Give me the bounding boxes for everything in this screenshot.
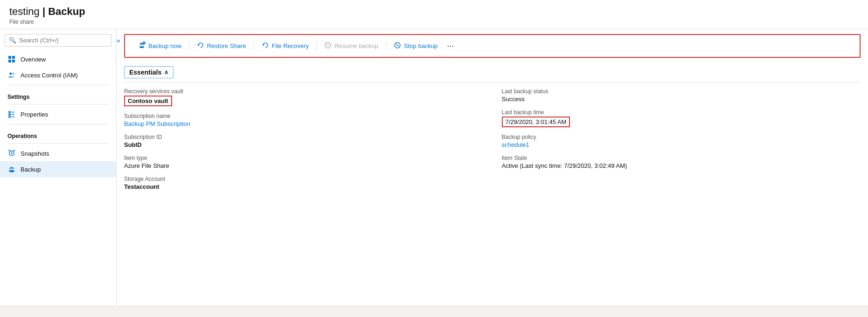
sidebar-label-overview: Overview xyxy=(21,56,46,63)
title-part2: Backup xyxy=(48,6,85,17)
toolbar-sep-2 xyxy=(254,41,254,51)
svg-point-16 xyxy=(139,46,144,48)
svg-rect-6 xyxy=(9,111,10,113)
sidebar-item-properties[interactable]: Properties xyxy=(0,106,116,122)
collapse-sidebar-button[interactable]: « xyxy=(117,37,120,44)
resume-backup-button[interactable]: Resume backup xyxy=(319,39,384,53)
main-content: Backup now Restore Share xyxy=(117,29,868,306)
essentials-item-backup-policy: Backup policy schedule1 xyxy=(502,134,861,148)
stop-backup-icon xyxy=(394,41,401,50)
svg-rect-10 xyxy=(9,116,10,117)
toolbar-sep-4 xyxy=(386,41,386,51)
resume-backup-label: Resume backup xyxy=(334,42,378,49)
chevron-up-icon: ∧ xyxy=(164,69,168,76)
sidebar-label-backup: Backup xyxy=(21,166,41,173)
toolbar-sep-1 xyxy=(189,41,189,51)
essentials-value-subscription-name[interactable]: Backup PM Subscription xyxy=(124,120,483,127)
backup-now-label: Backup now xyxy=(148,42,181,49)
people-icon xyxy=(7,71,16,79)
essentials-header[interactable]: Essentials ∧ xyxy=(124,62,861,83)
svg-point-4 xyxy=(10,73,12,75)
essentials-value-item-state: Active (Last sync time: 7/29/2020, 3:02:… xyxy=(502,162,861,169)
sidebar-divider-1 xyxy=(7,85,109,85)
essentials-item-item-type: Item type Azure File Share xyxy=(124,155,483,169)
sidebar-label-access-control: Access Control (IAM) xyxy=(21,72,78,79)
sidebar-label-properties: Properties xyxy=(21,111,48,118)
essentials-label-backup-time: Last backup time xyxy=(502,109,861,116)
more-actions-button[interactable]: ··· xyxy=(443,39,458,53)
search-box[interactable]: 🔍 « xyxy=(5,34,111,47)
svg-rect-2 xyxy=(8,60,11,62)
essentials-section: Essentials ∧ Recovery services vault Con… xyxy=(117,62,868,306)
sidebar-item-snapshots[interactable]: Snapshots xyxy=(0,145,116,161)
essentials-left-col: Recovery services vault Contoso vault Su… xyxy=(124,88,483,197)
essentials-label-backup-policy: Backup policy xyxy=(502,134,861,140)
snapshots-icon xyxy=(7,150,16,157)
essentials-label-item-state: Item State xyxy=(502,155,861,161)
essentials-value-backup-time: 7/29/2020, 3:01:45 AM xyxy=(502,117,570,127)
backup-now-icon xyxy=(138,41,146,50)
essentials-item-subscription-name: Subscription name Backup PM Subscription xyxy=(124,113,483,127)
essentials-label-backup-status: Last backup status xyxy=(502,88,861,95)
essentials-label-subscription-id: Subscription ID xyxy=(124,134,483,140)
toolbar: Backup now Restore Share xyxy=(124,34,861,58)
properties-icon xyxy=(7,110,16,118)
resume-backup-icon xyxy=(324,41,332,50)
essentials-label-storage-account: Storage Account xyxy=(124,176,483,182)
search-icon: 🔍 xyxy=(9,37,16,44)
essentials-title-dashed: Essentials ∧ xyxy=(124,66,174,78)
file-recovery-label: File Recovery xyxy=(272,42,309,49)
title-separator: | xyxy=(40,6,48,17)
essentials-label-vault: Recovery services vault xyxy=(124,88,483,95)
title-part1: testing xyxy=(9,6,40,17)
sidebar: 🔍 « Overview xyxy=(0,29,117,306)
sidebar-divider-3 xyxy=(7,124,109,124)
stop-backup-button[interactable]: Stop backup xyxy=(388,39,443,53)
svg-rect-0 xyxy=(8,56,11,59)
svg-rect-8 xyxy=(9,114,10,115)
essentials-item-vault: Recovery services vault Contoso vault xyxy=(124,88,483,106)
sidebar-item-access-control[interactable]: Access Control (IAM) xyxy=(0,67,116,83)
sidebar-item-overview[interactable]: Overview xyxy=(0,51,116,67)
essentials-value-vault: Contoso vault xyxy=(124,96,172,106)
sidebar-section-operations: Operations xyxy=(0,126,116,141)
svg-rect-1 xyxy=(12,56,15,59)
essentials-label-item-type: Item type xyxy=(124,155,483,161)
essentials-value-subscription-id: SubID xyxy=(124,141,483,148)
essentials-right-col: Last backup status Success Last backup t… xyxy=(502,88,861,197)
footer-bar xyxy=(0,306,868,317)
essentials-grid: Recovery services vault Contoso vault Su… xyxy=(124,88,861,197)
sidebar-label-snapshots: Snapshots xyxy=(21,150,49,157)
page-subtitle: File share xyxy=(9,19,859,25)
backup-now-button[interactable]: Backup now xyxy=(132,39,187,53)
restore-share-button[interactable]: Restore Share xyxy=(191,39,252,53)
essentials-value-backup-policy[interactable]: schedule1 xyxy=(502,141,861,148)
essentials-item-storage-account: Storage Account Testaccount xyxy=(124,176,483,190)
essentials-item-backup-time: Last backup time 7/29/2020, 3:01:45 AM xyxy=(502,109,861,127)
svg-point-5 xyxy=(13,73,14,75)
sidebar-section-settings: Settings xyxy=(0,87,116,102)
file-recovery-button[interactable]: File Recovery xyxy=(256,39,314,53)
essentials-value-storage-account: Testaccount xyxy=(124,183,483,190)
search-input[interactable] xyxy=(19,37,98,44)
essentials-value-backup-status: Success xyxy=(502,96,861,103)
essentials-value-item-type: Azure File Share xyxy=(124,162,483,169)
sidebar-divider-2 xyxy=(7,104,109,104)
svg-line-20 xyxy=(396,44,399,47)
essentials-label-subscription-name: Subscription name xyxy=(124,113,483,119)
sidebar-item-backup[interactable]: Backup xyxy=(0,161,116,177)
file-recovery-icon xyxy=(262,41,269,50)
backup-icon xyxy=(7,165,16,173)
sidebar-divider-4 xyxy=(7,143,109,144)
page-header: testing | Backup File share xyxy=(0,0,868,29)
essentials-item-backup-status: Last backup status Success xyxy=(502,88,861,103)
essentials-title: Essentials xyxy=(129,69,161,76)
restore-share-label: Restore Share xyxy=(207,42,246,49)
svg-point-15 xyxy=(9,170,14,172)
toolbar-sep-3 xyxy=(316,41,317,51)
restore-share-icon xyxy=(197,41,204,50)
page-title: testing | Backup xyxy=(9,6,859,18)
essentials-item-item-state: Item State Active (Last sync time: 7/29/… xyxy=(502,155,861,169)
svg-rect-3 xyxy=(12,60,15,62)
grid-icon xyxy=(7,55,16,63)
